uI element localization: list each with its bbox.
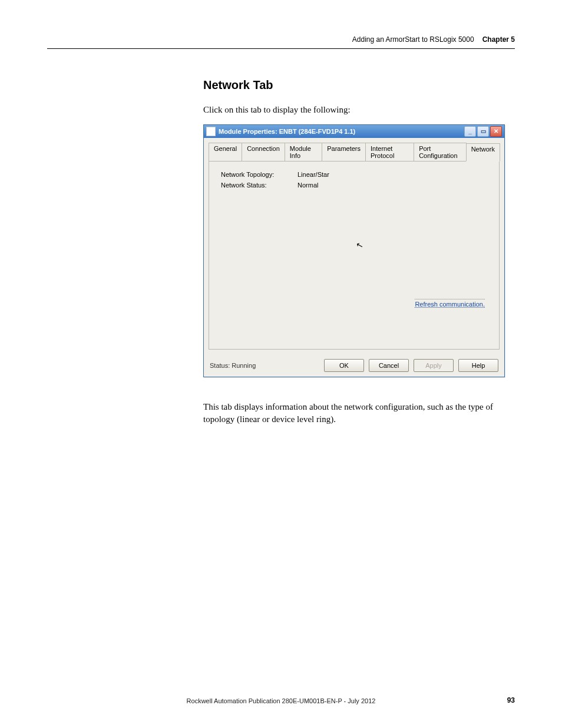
- app-icon: [206, 127, 216, 136]
- explain-text: This tab displays information about the …: [203, 401, 515, 426]
- page-header: Adding an ArmorStart to RSLogix 5000 Cha…: [47, 35, 515, 49]
- apply-button[interactable]: Apply: [414, 359, 454, 372]
- tab-portconfig-label: Port Configuration: [419, 145, 457, 159]
- tab-port-configuration[interactable]: Port Configuration: [414, 143, 467, 161]
- tab-parameters[interactable]: Parameters: [322, 143, 366, 161]
- dialog-title: Module Properties: ENBT (284E-FVD1P4 1.1…: [219, 128, 464, 135]
- section-heading: Network Tab: [203, 78, 515, 92]
- refresh-communication-link[interactable]: Refresh communication.: [415, 299, 485, 308]
- tab-connection[interactable]: Connection: [242, 143, 285, 161]
- tab-parameters-label: Parameters: [327, 145, 361, 152]
- topology-value: Linear/Star: [297, 171, 329, 178]
- tab-internet-protocol[interactable]: Internet Protocol: [365, 143, 414, 161]
- minimize-icon: _: [468, 129, 472, 134]
- tab-moduleinfo-label: Module Info: [290, 145, 311, 159]
- cursor-icon: ↖: [355, 241, 364, 251]
- topology-label: Network Topology:: [221, 171, 297, 178]
- minimize-button[interactable]: _: [464, 126, 476, 137]
- tab-internetprotocol-label: Internet Protocol: [371, 145, 394, 159]
- tab-module-info[interactable]: Module Info: [285, 143, 322, 161]
- close-icon: ✕: [494, 129, 498, 134]
- tab-connection-label: Connection: [247, 145, 280, 152]
- maximize-icon: ▭: [481, 129, 486, 134]
- ok-button[interactable]: OK: [324, 359, 364, 372]
- page-number: 93: [507, 696, 515, 704]
- tab-network-label: Network: [471, 146, 495, 153]
- chapter-label: Chapter 5: [482, 35, 515, 44]
- network-status-label: Network Status:: [221, 182, 297, 189]
- tab-general-label: General: [214, 145, 237, 152]
- network-tab-panel: Network Topology: Linear/Star Network St…: [209, 161, 500, 350]
- tab-network[interactable]: Network: [466, 143, 500, 162]
- titlebar[interactable]: Module Properties: ENBT (284E-FVD1P4 1.1…: [204, 125, 504, 138]
- cancel-button[interactable]: Cancel: [369, 359, 409, 372]
- help-button[interactable]: Help: [458, 359, 498, 372]
- publication-footer: Rockwell Automation Publication 280E-UM0…: [0, 697, 562, 704]
- maximize-button[interactable]: ▭: [477, 126, 489, 137]
- close-button[interactable]: ✕: [490, 126, 502, 137]
- module-properties-dialog: Module Properties: ENBT (284E-FVD1P4 1.1…: [203, 124, 505, 377]
- header-title: Adding an ArmorStart to RSLogix 5000: [352, 35, 474, 44]
- intro-text: Click on this tab to display the followi…: [203, 104, 515, 116]
- network-status-value: Normal: [297, 182, 318, 189]
- tab-general[interactable]: General: [209, 143, 242, 161]
- status-running: Status: Running: [210, 362, 319, 369]
- tab-strip: General Connection Module Info Parameter…: [204, 138, 504, 161]
